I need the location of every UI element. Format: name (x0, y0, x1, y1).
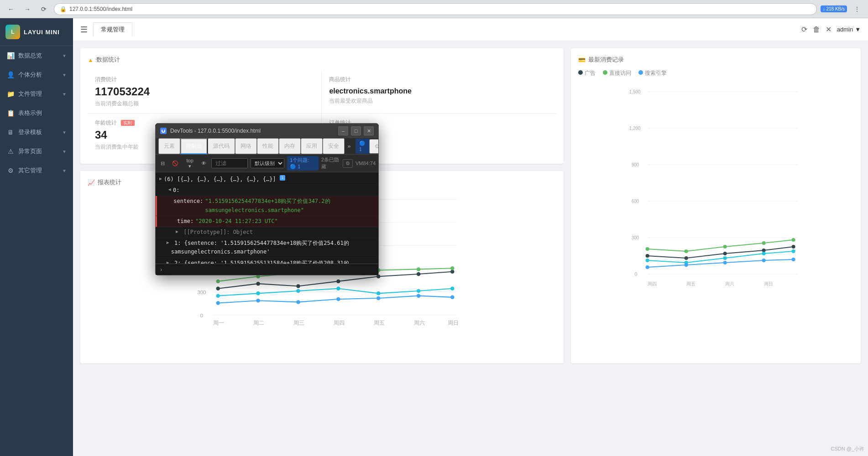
svg-point-77 (791, 249, 795, 253)
console-badge: i (280, 175, 285, 181)
devtools-tab-console[interactable]: 控制台 (180, 138, 208, 154)
devtools-prompt-bar: › (156, 264, 378, 275)
devtools-clear-button[interactable]: 🚫 (170, 159, 181, 168)
console-text: time: (177, 217, 193, 226)
svg-point-42 (296, 300, 300, 304)
sidebar-item-table-example[interactable]: 📋 表格示例 (0, 104, 73, 123)
lock-icon: 🔒 (60, 6, 67, 12)
console-text: 0: (173, 186, 179, 195)
svg-point-21 (296, 284, 300, 288)
devtools-level-select[interactable]: 默认级别 (251, 158, 284, 168)
svg-text:周六: 周六 (414, 320, 425, 326)
svg-point-24 (417, 272, 420, 276)
svg-text:1,500: 1,500 (629, 89, 640, 94)
chart-icon: 📊 (6, 52, 15, 59)
svg-text:周日: 周日 (448, 320, 459, 326)
console-line-item-2: ▶ 2: {sentence: '1.5159156255131584e+18购… (156, 258, 378, 264)
console-text: 2: {sentence: '1.5159156255131584e+18购买了… (171, 259, 375, 264)
devtools-close-button[interactable]: ✕ (364, 126, 374, 135)
devtools-tab-memory[interactable]: 内存 (279, 138, 301, 154)
browser-chrome: ← → ⟳ 🔒 127.0.0.1:5500/index.html ↓ 218 … (0, 0, 868, 18)
console-line-error-2: time: "2020-10-24 11:27:23 UTC" (156, 216, 378, 227)
devtools-console-input[interactable] (166, 266, 375, 273)
expand-arrow[interactable]: ▼ (166, 188, 173, 191)
sidebar-item-label: 表格示例 (18, 109, 42, 117)
devtools-tab-network[interactable]: 网络 (235, 138, 257, 154)
person-icon: 👤 (6, 71, 15, 78)
devtools-tab-application[interactable]: 应用 (301, 138, 323, 154)
warning-triangle-icon: ▲ (88, 57, 94, 63)
devtools-more-tabs[interactable]: » (345, 140, 354, 153)
stat-item-consumption: 消费统计 117053224 当前消费金额总额 (88, 70, 322, 114)
sidebar-item-label: 其它管理 (18, 166, 42, 175)
devtools-issue-count: 1个问题: 🔵 1 (287, 156, 318, 171)
devtools-filter-input[interactable] (211, 158, 248, 168)
tab-regular-management[interactable]: 常规管理 (93, 22, 132, 37)
sidebar-item-error-pages[interactable]: ⚠ 异常页面 ▼ (0, 142, 73, 161)
svg-point-65 (723, 252, 727, 255)
devtools-tab-elements[interactable]: 元素 (158, 138, 180, 154)
stat-label: 消费统计 (95, 76, 314, 83)
reload-button[interactable]: ⟳ (37, 3, 50, 16)
chevron-icon: ▼ (62, 168, 67, 173)
devtools-dock-button[interactable]: ⊟ (158, 159, 167, 168)
console-string: "1.5159156254477834e+18购买了价值347.2的samsun… (205, 197, 375, 214)
stat-desc: 当前消费金额总额 (95, 100, 314, 108)
array-expand-arrow[interactable]: ▶ (159, 175, 162, 182)
svg-point-78 (645, 265, 649, 269)
chart-title-text: 报表统计 (98, 178, 121, 187)
devtools-minimize-button[interactable]: – (338, 126, 348, 135)
devtools-tabs: 元素 控制台 源代码 网络 性能 内存 应用 安全 » 🔵 1 ⚙ ⋮ (156, 138, 378, 155)
devtools-tab-performance[interactable]: 性能 (257, 138, 279, 154)
console-line-item-1: ▶ 1: {sentence: '1.5159156254477834e+18购… (156, 238, 378, 258)
chevron-icon: ▼ (62, 92, 67, 97)
stats-title: ▲ 数据统计 (88, 56, 556, 64)
svg-point-22 (336, 280, 340, 283)
refresh-button[interactable]: ⟳ (801, 25, 807, 34)
menu-toggle-button[interactable]: ☰ (80, 25, 88, 35)
svg-point-36 (336, 287, 340, 290)
table-icon: 📋 (6, 109, 15, 117)
devtools-context-dropdown[interactable]: top ▾ (183, 156, 196, 171)
sidebar-item-login-template[interactable]: 🖥 登录模板 ▼ (0, 123, 73, 142)
svg-text:600: 600 (631, 199, 639, 204)
chart-legend: 广告 直接访问 搜索引擎 (578, 69, 853, 77)
svg-text:周四: 周四 (334, 320, 345, 326)
url-text: 127.0.0.1:5500/index.html (69, 6, 132, 12)
devtools-settings-gear[interactable]: ⚙ (343, 159, 353, 168)
svg-point-75 (723, 256, 727, 260)
svg-point-32 (450, 266, 454, 270)
svg-point-67 (791, 245, 795, 249)
sidebar-item-data-overview[interactable]: 📊 数据总览 ▼ (0, 46, 73, 65)
header: ☰ 常规管理 ⟳ 🗑 ✕ admin ▼ (73, 18, 868, 41)
svg-point-66 (762, 249, 765, 252)
delete-button[interactable]: 🗑 (813, 26, 820, 34)
address-bar[interactable]: 🔒 127.0.0.1:5500/index.html (54, 3, 817, 15)
extensions-button[interactable]: ⋮ (851, 3, 863, 16)
logo-icon: L (5, 25, 20, 39)
devtools-settings-button[interactable]: ⚙ (369, 139, 378, 154)
devtools-maximize-button[interactable]: □ (351, 126, 361, 135)
console-text: (6) [{…}, {…}, {…}, {…}, {…}, {…}] (164, 175, 276, 184)
sidebar-item-file-manager[interactable]: 📁 文件管理 ▼ (0, 84, 73, 104)
back-button[interactable]: ← (5, 3, 17, 16)
close-button[interactable]: ✕ (826, 25, 831, 34)
legend-search: 搜索引擎 (638, 69, 667, 77)
devtools-tab-source[interactable]: 源代码 (208, 138, 235, 154)
sidebar-item-other-management[interactable]: ⚙ 其它管理 ▼ (0, 161, 73, 180)
console-text: 1: {sentence: '1.5159156254477834e+18购买了… (171, 239, 375, 256)
svg-point-69 (684, 249, 688, 253)
devtools-tab-security[interactable]: 安全 (323, 138, 345, 154)
console-text: [[Prototype]]: Object (180, 228, 253, 237)
svg-text:300: 300 (197, 289, 206, 295)
console-line: ▶ (6) [{…}, {…}, {…}, {…}, {…}, {…}] i (156, 174, 378, 185)
devtools-messages-badge[interactable]: 🔵 1 (356, 139, 369, 154)
user-menu[interactable]: admin ▼ (837, 26, 861, 33)
forward-button[interactable]: → (21, 3, 34, 16)
username-label: admin (837, 26, 853, 33)
sidebar-item-individual-analysis[interactable]: 👤 个体分析 ▼ (0, 65, 73, 84)
right-chart-container: 1,500 1,200 900 600 300 0 周四 周五 周六 周日 (578, 83, 853, 320)
devtools-favicon (160, 128, 167, 134)
devtools-eye-button[interactable]: 👁 (199, 159, 209, 167)
chevron-icon: ▼ (62, 149, 67, 154)
